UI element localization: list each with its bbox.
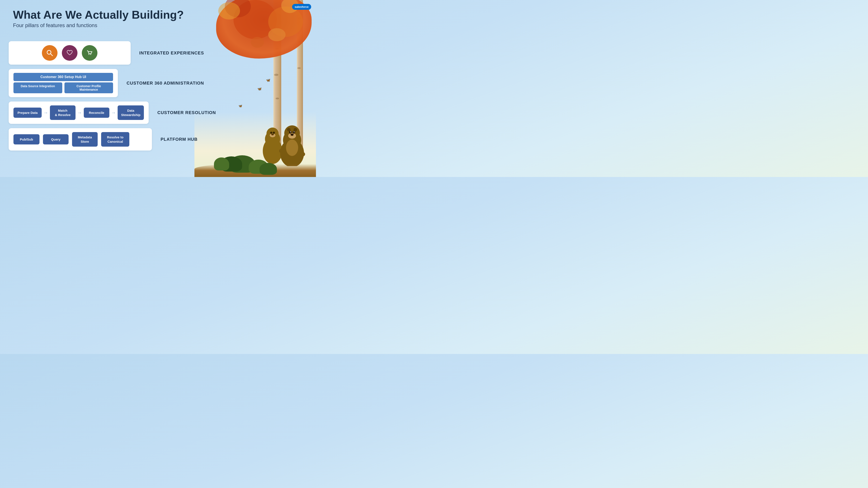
svg-point-1 xyxy=(265,131,280,147)
arrow-3: → xyxy=(111,110,116,116)
reconcile-btn: Reconcile xyxy=(84,107,110,118)
logo-text: salesforce xyxy=(295,5,309,8)
svg-point-18 xyxy=(288,133,296,139)
query-btn: Query xyxy=(43,134,69,145)
butterfly-2: 🦋 xyxy=(257,87,262,91)
data-stewardship-btn: DataStewardship xyxy=(118,105,144,120)
svg-point-20 xyxy=(292,131,295,134)
svg-point-17 xyxy=(293,128,297,131)
heart-icon-circle xyxy=(62,45,78,61)
subtitle: Four pillars of features and functions xyxy=(13,22,184,28)
svg-point-23 xyxy=(290,134,293,136)
svg-point-22 xyxy=(293,131,294,132)
metadata-store-btn: MetadataStore xyxy=(72,132,98,147)
svg-point-4 xyxy=(273,129,277,133)
admin-btn-row: Data Source Integration Customer Profile… xyxy=(13,83,113,93)
card-customer-360-admin: Customer 360 Setup Hub UI Data Source In… xyxy=(9,69,118,97)
boxes-row-platform: Pub/Sub Query MetadataStore Resolve toCa… xyxy=(13,132,147,147)
svg-point-24 xyxy=(286,139,298,156)
title-section: What Are We Actually Building? Four pill… xyxy=(13,9,184,28)
row-customer-360-admin: Customer 360 Setup Hub UI Data Source In… xyxy=(9,69,204,97)
setup-hub-btn: Customer 360 Setup Hub UI xyxy=(13,73,113,81)
customer-profile-btn: Customer Profile Maintenance xyxy=(64,83,113,93)
icons-row xyxy=(13,45,126,61)
row-customer-resolution: Prepare Data → Match& Resolve → Reconcil… xyxy=(9,101,204,124)
butterfly-3: 🦋 xyxy=(239,104,242,107)
svg-point-9 xyxy=(280,139,304,166)
svg-point-16 xyxy=(287,128,290,131)
ground-vegetation xyxy=(194,151,316,177)
nature-scene: 🦋 🦋 🦋 xyxy=(194,0,316,177)
label-customer-resolution: CUSTOMER RESOLUTION xyxy=(157,110,216,115)
data-source-btn: Data Source Integration xyxy=(13,83,62,93)
match-resolve-btn: Match& Resolve xyxy=(50,105,75,120)
admin-card-inner: Customer 360 Setup Hub UI Data Source In… xyxy=(13,73,113,93)
svg-point-27 xyxy=(89,54,89,55)
svg-point-10 xyxy=(283,130,301,150)
prepare-data-btn: Prepare Data xyxy=(13,107,42,118)
bear-illustration xyxy=(255,105,312,166)
svg-point-0 xyxy=(263,138,282,164)
card-integrated-experiences xyxy=(9,41,131,65)
card-customer-resolution: Prepare Data → Match& Resolve → Reconcil… xyxy=(9,101,149,124)
svg-point-11 xyxy=(279,148,287,154)
label-customer-360-admin: CUSTOMER 360 ADMINISTRATION xyxy=(126,81,204,86)
svg-point-3 xyxy=(268,129,272,133)
row-integrated-experiences: INTEGRATED EXPERIENCES xyxy=(9,41,204,65)
svg-point-6 xyxy=(270,132,272,134)
tree-trunk-left xyxy=(273,0,281,152)
svg-point-2 xyxy=(267,128,279,140)
pubsub-btn: Pub/Sub xyxy=(13,134,39,145)
svg-point-19 xyxy=(289,131,292,134)
salesforce-logo: salesforce xyxy=(292,4,311,10)
butterfly-1: 🦋 xyxy=(266,78,270,82)
svg-point-28 xyxy=(90,54,91,55)
svg-point-7 xyxy=(273,132,275,134)
search-icon-circle xyxy=(42,45,58,61)
cart-icon-circle xyxy=(82,45,97,61)
label-platform-hub: PLATFORM HUB xyxy=(161,137,198,142)
svg-point-21 xyxy=(290,131,291,132)
svg-point-13 xyxy=(284,125,300,141)
svg-point-8 xyxy=(271,134,274,135)
svg-point-12 xyxy=(297,152,305,157)
svg-line-26 xyxy=(51,54,53,56)
svg-point-15 xyxy=(292,127,299,132)
svg-point-14 xyxy=(286,127,292,132)
boxes-row-resolution: Prepare Data → Match& Resolve → Reconcil… xyxy=(13,105,144,120)
main-title: What Are We Actually Building? xyxy=(13,9,184,21)
arrow-2: → xyxy=(77,110,82,116)
svg-point-5 xyxy=(270,133,275,137)
resolve-canonical-btn: Resolve toCanonical xyxy=(101,132,129,147)
content-area: INTEGRATED EXPERIENCES Customer 360 Setu… xyxy=(9,41,204,155)
card-platform-hub: Pub/Sub Query MetadataStore Resolve toCa… xyxy=(9,128,152,151)
row-platform-hub: Pub/Sub Query MetadataStore Resolve toCa… xyxy=(9,128,204,151)
foliage xyxy=(208,0,316,76)
label-integrated-experiences: INTEGRATED EXPERIENCES xyxy=(139,51,204,56)
arrow-1: → xyxy=(43,110,48,116)
tree-trunk-right xyxy=(297,0,303,148)
